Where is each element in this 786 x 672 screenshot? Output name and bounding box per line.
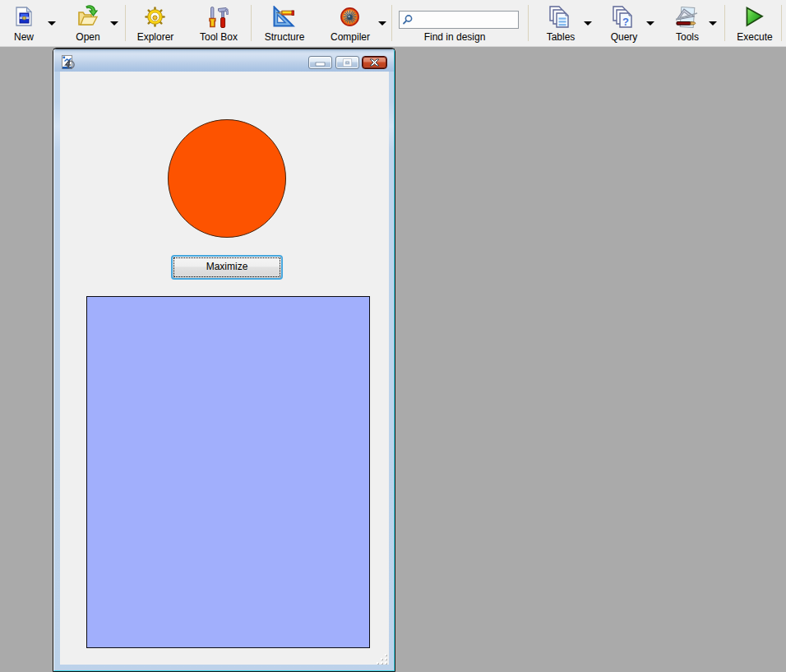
svg-text:?: ? <box>622 16 629 28</box>
